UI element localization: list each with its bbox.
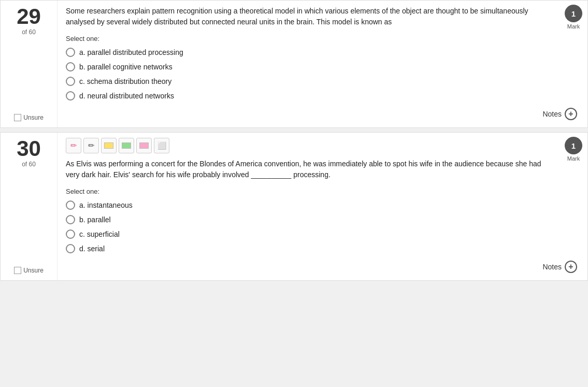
highlight-green-icon <box>122 142 131 149</box>
notes-label-29: Notes <box>542 110 562 118</box>
notes-row-29: Notes+ <box>66 108 579 120</box>
highlight-yellow-icon <box>104 142 113 149</box>
question-number-30: 30 <box>17 138 41 160</box>
notes-row-30: Notes+ <box>66 261 579 273</box>
notes-label-30: Notes <box>542 263 562 271</box>
tool-highlight-yellow-button[interactable] <box>101 138 117 153</box>
question-of-total-29: of 60 <box>22 28 36 36</box>
question-right-30: ✏✏⬜1MarkAs Elvis was performing a concer… <box>58 133 587 280</box>
option-text-29-d: d. neural distributed networks <box>79 92 174 100</box>
unsure-checkbox-30[interactable] <box>14 267 21 274</box>
option-item-29-c[interactable]: c. schema distribution theory <box>66 77 579 86</box>
option-text-30-c: c. superficial <box>79 230 120 238</box>
mark-label-29: Mark <box>567 23 580 30</box>
question-text-30: As Elvis was performing a concert for th… <box>66 159 579 180</box>
option-item-29-d[interactable]: d. neural distributed networks <box>66 91 579 101</box>
select-one-label-29: Select one: <box>66 35 579 42</box>
annotation-toolbar: ✏✏⬜ <box>66 138 579 153</box>
eraser-icon: ⬜ <box>157 141 166 150</box>
radio-30-c[interactable] <box>66 230 75 239</box>
question-block-29: 29of 60Unsure1MarkSome researchers expla… <box>0 0 588 128</box>
mark-button-29[interactable]: 1Mark <box>565 5 582 30</box>
page-container: 29of 60Unsure1MarkSome researchers expla… <box>0 0 588 387</box>
radio-29-b[interactable] <box>66 62 75 71</box>
select-one-label-30: Select one: <box>66 188 579 195</box>
option-text-30-a: a. instantaneous <box>79 201 133 209</box>
unsure-label-30: Unsure <box>23 267 44 274</box>
tool-highlight-pink-button[interactable] <box>136 138 152 153</box>
mark-button-30[interactable]: 1Mark <box>565 137 582 162</box>
option-text-29-b: b. parallel cognitive networks <box>79 63 173 71</box>
unsure-container-29[interactable]: Unsure <box>14 104 44 127</box>
tool-pencil-pink-button[interactable]: ✏ <box>66 138 81 153</box>
option-text-30-b: b. parallel <box>79 216 111 224</box>
mark-circle-30: 1 <box>565 137 582 154</box>
mark-label-30: Mark <box>567 155 580 162</box>
option-item-30-a[interactable]: a. instantaneous <box>66 200 579 210</box>
unsure-checkbox-29[interactable] <box>14 114 21 121</box>
question-text-29: Some researchers explain pattern recogni… <box>66 6 579 27</box>
radio-30-a[interactable] <box>66 200 75 210</box>
question-number-29: 29 <box>17 6 41 27</box>
radio-29-d[interactable] <box>66 91 75 101</box>
radio-30-d[interactable] <box>66 244 75 253</box>
question-of-total-30: of 60 <box>22 161 36 168</box>
notes-add-button-29[interactable]: + <box>565 108 577 120</box>
option-item-30-c[interactable]: c. superficial <box>66 230 579 239</box>
pencil-pink-icon: ✏ <box>70 141 77 150</box>
option-item-30-d[interactable]: d. serial <box>66 244 579 253</box>
question-right-29: 1MarkSome researchers explain pattern re… <box>58 1 587 127</box>
notes-add-button-30[interactable]: + <box>565 261 577 273</box>
option-item-29-a[interactable]: a. parallel distributed processing <box>66 48 579 57</box>
unsure-container-30[interactable]: Unsure <box>14 256 44 280</box>
question-left-29: 29of 60Unsure <box>1 1 58 127</box>
tool-eraser-button[interactable]: ⬜ <box>154 138 169 153</box>
radio-29-a[interactable] <box>66 48 75 57</box>
option-item-30-b[interactable]: b. parallel <box>66 215 579 224</box>
mark-circle-29: 1 <box>565 5 582 22</box>
option-text-29-a: a. parallel distributed processing <box>79 48 183 56</box>
question-block-30: 30of 60Unsure✏✏⬜1MarkAs Elvis was perfor… <box>0 132 588 281</box>
unsure-label-29: Unsure <box>23 114 44 121</box>
option-text-30-d: d. serial <box>79 245 105 253</box>
radio-29-c[interactable] <box>66 77 75 86</box>
tool-pencil-dark-button[interactable]: ✏ <box>83 138 99 153</box>
question-left-30: 30of 60Unsure <box>1 133 58 280</box>
radio-30-b[interactable] <box>66 215 75 224</box>
tool-highlight-green-button[interactable] <box>119 138 134 153</box>
option-text-29-c: c. schema distribution theory <box>79 77 171 85</box>
option-item-29-b[interactable]: b. parallel cognitive networks <box>66 62 579 71</box>
highlight-pink-icon <box>139 142 149 149</box>
pencil-dark-icon: ✏ <box>88 141 95 150</box>
